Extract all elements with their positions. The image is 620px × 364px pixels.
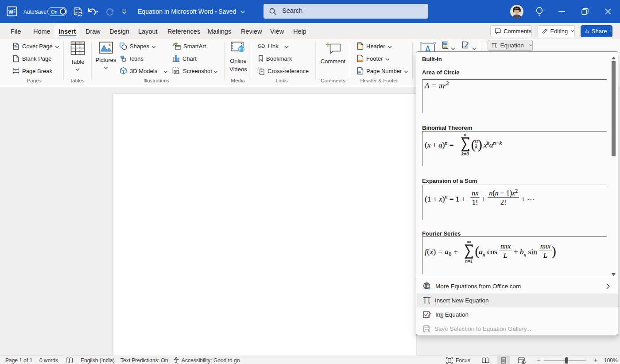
svg-text:W: W [8,9,13,15]
